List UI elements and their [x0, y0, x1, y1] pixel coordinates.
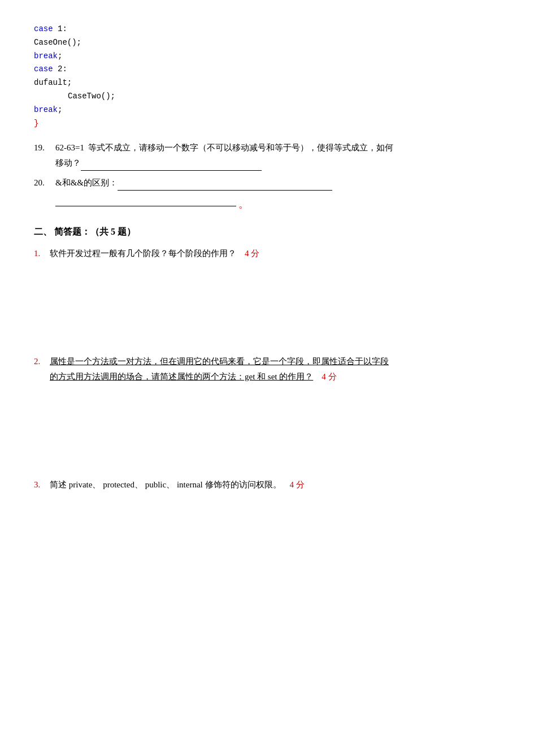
q19-text: 62-63=1 等式不成立，请移动一个数字（不可以移动减号和等于号），使得等式成…: [55, 140, 500, 171]
sa-q3-number: 3.: [34, 477, 50, 493]
sa-q2-row: 2. 属性是一个方法或一对方法，但在调用它的代码来看，它是一个字段，即属性适合于…: [34, 354, 500, 385]
sa-q3-score: 4 分: [290, 480, 305, 489]
sa-q1-score: 4 分: [245, 249, 259, 258]
keyword-case1: case: [34, 24, 53, 33]
code-semicolon2: ;: [58, 105, 62, 114]
sa-q1-text: 软件开发过程一般有几个阶段？每个阶段的作用？ 4 分: [50, 246, 500, 261]
section2-title-text: 二、 简答题：（共 5 题）: [34, 227, 136, 236]
code-casetwo: CaseTwo();: [68, 92, 115, 101]
sa-q2-score: 4 分: [322, 372, 336, 381]
q20-number: 20.: [34, 175, 55, 191]
sa-q2-answer-space: [34, 387, 500, 460]
keyword-break2: break: [34, 105, 58, 114]
code-dufault: dufault;: [34, 78, 72, 87]
q20-second-line-row: 。: [34, 195, 500, 213]
sa-question-2: 2. 属性是一个方法或一对方法，但在调用它的代码来看，它是一个字段，即属性适合于…: [34, 354, 500, 460]
sa-q3-row: 3. 简述 private、 protected、 public、 intern…: [34, 477, 500, 493]
sa-q2-number: 2.: [34, 354, 50, 369]
sa-q1-answer-space: [34, 263, 500, 337]
q20-answer-line1[interactable]: [118, 179, 332, 191]
q19-number: 19.: [34, 140, 55, 155]
code-line-8: }: [34, 117, 500, 131]
code-line-4: case 2:: [34, 63, 500, 76]
code-rest-1: 1:: [53, 24, 67, 33]
code-line-1: case 1:: [34, 23, 500, 36]
code-caseone: CaseOne();: [34, 38, 81, 47]
keyword-case2: case: [34, 64, 53, 74]
sa-q3-text: 简述 private、 protected、 public、 internal …: [50, 477, 500, 493]
sa-q2-underline-text2: 的方式用方法调用的场合，请简述属性的两个方法：get 和 set 的作用？: [50, 372, 313, 381]
fill-questions-section: 19. 62-63=1 等式不成立，请移动一个数字（不可以移动减号和等于号），使…: [34, 140, 500, 213]
sa-q2-text: 属性是一个方法或一对方法，但在调用它的代码来看，它是一个字段，即属性适合于以字段…: [50, 354, 500, 385]
code-semicolon1: ;: [58, 51, 62, 61]
code-line-2: CaseOne();: [34, 36, 500, 50]
code-brace: }: [34, 119, 38, 128]
sa-question-1: 1. 软件开发过程一般有几个阶段？每个阶段的作用？ 4 分: [34, 246, 500, 337]
question-20: 20. &和&&的区别：: [34, 175, 500, 191]
code-line-7: break;: [34, 103, 500, 117]
sa-question-3: 3. 简述 private、 protected、 public、 intern…: [34, 477, 500, 568]
code-rest-4: 2:: [53, 64, 67, 74]
sa-q3-answer-space: [34, 495, 500, 568]
sa-q2-underline-text: 属性是一个方法或一对方法，但在调用它的代码来看，它是一个字段，即属性适合于以字段: [50, 357, 389, 366]
sa-q1-number: 1.: [34, 246, 50, 261]
question-19: 19. 62-63=1 等式不成立，请移动一个数字（不可以移动减号和等于号），使…: [34, 140, 500, 171]
q20-answer-line2[interactable]: [55, 195, 236, 206]
code-line-5: dufault;: [34, 76, 500, 90]
sa-q1-row: 1. 软件开发过程一般有几个阶段？每个阶段的作用？ 4 分: [34, 246, 500, 261]
red-dot: 。: [238, 195, 249, 213]
q19-answer-line[interactable]: [81, 159, 262, 171]
code-line-3: break;: [34, 50, 500, 63]
keyword-break1: break: [34, 51, 58, 61]
code-block: case 1: CaseOne(); break; case 2: dufaul…: [34, 23, 500, 130]
section2-title: 二、 简答题：（共 5 题）: [34, 224, 500, 240]
q20-text: &和&&的区别：: [55, 175, 500, 191]
code-line-6: CaseTwo();: [34, 90, 500, 103]
